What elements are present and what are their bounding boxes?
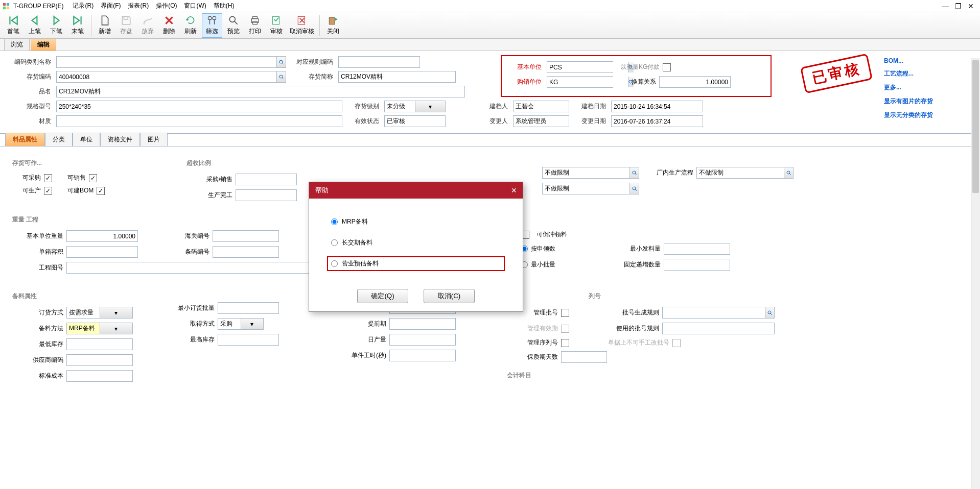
tool-filter[interactable]: 筛选 [202, 13, 222, 38]
restore-icon[interactable]: ❐ [955, 2, 962, 10]
tool-delete[interactable]: 删除 [159, 13, 179, 38]
link-no-category[interactable]: 显示无分类的存货 [884, 111, 933, 119]
tool-preview[interactable]: 预览 [223, 13, 244, 38]
radio-sales-forecast[interactable] [331, 260, 338, 267]
tool-approve[interactable]: 审核 [266, 13, 287, 38]
can-bom-checkbox[interactable] [97, 187, 105, 195]
can-purchase-checkbox[interactable] [44, 174, 52, 182]
lookup-icon[interactable] [276, 57, 286, 67]
detail-tab-category[interactable]: 分类 [45, 133, 73, 146]
tool-prev[interactable]: 上笔 [25, 13, 45, 38]
can-produce-checkbox[interactable] [44, 187, 52, 195]
stock-code-input[interactable] [56, 71, 286, 83]
lookup-icon[interactable] [629, 167, 639, 178]
lookup-icon[interactable] [629, 183, 639, 194]
barcode-input[interactable] [213, 246, 279, 258]
over-purchase-input[interactable] [236, 174, 297, 185]
lookup-icon[interactable] [784, 167, 793, 178]
tool-refresh[interactable]: 刷新 [180, 13, 201, 38]
radio-long-lead[interactable] [331, 239, 338, 246]
supplier-code-input[interactable] [66, 354, 133, 366]
max-stock-input[interactable] [218, 334, 279, 346]
tool-unapprove[interactable]: 取消审核 [288, 13, 316, 38]
used-batch-rule-input[interactable] [662, 323, 775, 334]
modal-cancel-button[interactable]: 取消(C) [424, 289, 475, 303]
acquire-select[interactable]: 采购▾ [218, 318, 264, 330]
rule-code-input[interactable] [338, 56, 420, 68]
by-min-label: 最小批量 [531, 260, 555, 269]
link-bom[interactable]: BOM... [884, 57, 933, 64]
lead-time-input[interactable] [389, 318, 456, 330]
base-weight-input[interactable] [66, 230, 138, 242]
manage-validity-checkbox[interactable] [561, 325, 569, 333]
tool-new[interactable]: 新增 [95, 13, 115, 38]
modal-option-mrp[interactable]: MRP备料 [331, 217, 501, 226]
detail-tab-qualification[interactable]: 资格文件 [100, 133, 140, 146]
fixed-incr-input[interactable] [664, 259, 730, 271]
stock-level-select[interactable]: 未分级▾ [384, 101, 446, 112]
min-order-input[interactable] [218, 302, 279, 314]
menu-window[interactable]: 窗口(W) [181, 1, 209, 11]
modal-close-icon[interactable]: × [511, 185, 517, 196]
factory-flow-input[interactable] [696, 167, 794, 179]
min-stock-input[interactable] [66, 338, 133, 350]
material-input[interactable] [56, 115, 342, 127]
link-process[interactable]: 工艺流程... [884, 69, 933, 78]
page-tab-edit[interactable]: 编辑 [31, 38, 56, 51]
order-method-select[interactable]: 按需求量▾ [66, 307, 133, 319]
base-unit-input[interactable] [547, 61, 613, 73]
modal-ok-button[interactable]: 确定(Q) [357, 289, 408, 303]
unit-time-input[interactable] [389, 350, 456, 361]
stock-short-input[interactable] [338, 71, 456, 83]
menu-report[interactable]: 报表(R) [125, 1, 152, 11]
pay-by-weight-checkbox[interactable] [663, 63, 671, 71]
menu-operation[interactable]: 操作(O) [153, 1, 180, 11]
vertical-scrollbar[interactable] [971, 58, 980, 489]
no-manual-batch-checkbox[interactable] [672, 339, 681, 347]
tool-discard[interactable]: 放弃 [137, 13, 158, 38]
manage-batch-checkbox[interactable] [561, 309, 569, 317]
tool-close[interactable]: 关闭 [323, 13, 343, 38]
daily-output-input[interactable] [389, 334, 456, 346]
radio-mrp[interactable] [331, 218, 338, 225]
modal-option-long-lead[interactable]: 长交期备料 [331, 238, 501, 247]
lookup-icon[interactable] [276, 71, 286, 82]
stock-method-select[interactable]: MRP备料▾ [66, 323, 133, 334]
tool-next[interactable]: 下笔 [46, 13, 66, 38]
modal-option-sales-forecast[interactable]: 营业预估备料 [327, 256, 505, 271]
link-with-image[interactable]: 显示有图片的存货 [884, 97, 933, 106]
convert-input[interactable] [659, 76, 731, 88]
minimize-icon[interactable]: — [942, 2, 949, 10]
shelf-days-input[interactable] [561, 351, 607, 363]
lookup-icon[interactable] [765, 307, 774, 318]
over-complete-input[interactable] [236, 189, 297, 201]
code-category-input[interactable] [56, 56, 286, 68]
sale-unit-input[interactable] [547, 76, 613, 88]
tool-save[interactable]: 存盘 [116, 13, 136, 38]
page-tab-browse[interactable]: 浏览 [4, 38, 30, 51]
min-issue-input[interactable] [664, 243, 730, 255]
link-more[interactable]: 更多... [884, 83, 933, 92]
spec-input[interactable] [56, 101, 342, 112]
menu-help[interactable]: 帮助(H) [211, 1, 238, 11]
manage-serial-checkbox[interactable] [561, 339, 569, 347]
batch-rule-input[interactable] [662, 307, 775, 319]
limit1-input[interactable] [542, 167, 639, 179]
close-window-icon[interactable]: ✕ [968, 2, 974, 10]
menu-interface[interactable]: 界面(F) [98, 1, 124, 11]
side-links: BOM... 工艺流程... 更多... 显示有图片的存货 显示无分类的存货 [884, 57, 933, 119]
tool-print[interactable]: 打印 [245, 13, 265, 38]
detail-tab-image[interactable]: 图片 [140, 133, 168, 146]
name-input[interactable] [56, 86, 465, 97]
box-cap-input[interactable] [66, 246, 138, 258]
scrollbar-thumb[interactable] [972, 60, 979, 193]
tool-first[interactable]: 首笔 [3, 13, 24, 38]
customs-input[interactable] [213, 230, 279, 242]
can-sell-checkbox[interactable] [89, 174, 97, 182]
limit2-input[interactable] [542, 183, 639, 194]
tool-last[interactable]: 末笔 [67, 13, 88, 38]
std-cost-input[interactable] [66, 370, 133, 382]
detail-tab-item-attr[interactable]: 料品属性 [5, 133, 45, 146]
detail-tab-unit[interactable]: 单位 [73, 133, 100, 146]
menu-record[interactable]: 记录(R) [69, 1, 97, 11]
